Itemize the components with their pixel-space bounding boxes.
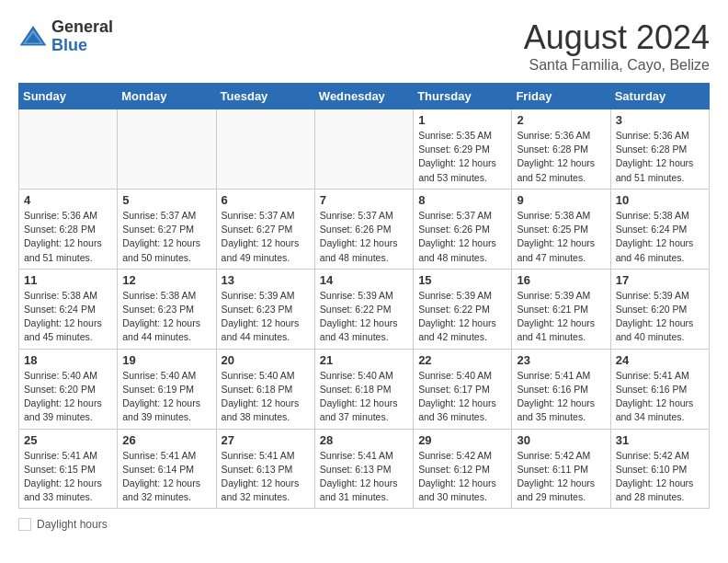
title-block: August 2024 Santa Familia, Cayo, Belize	[524, 18, 710, 74]
calendar-cell: 30Sunrise: 5:42 AM Sunset: 6:11 PM Dayli…	[512, 429, 610, 509]
day-info: Sunrise: 5:41 AM Sunset: 6:13 PM Dayligh…	[222, 449, 310, 505]
logo-text: General Blue	[51, 18, 113, 55]
footer: Daylight hours	[18, 518, 710, 531]
calendar-cell: 7Sunrise: 5:37 AM Sunset: 6:26 PM Daylig…	[314, 189, 413, 269]
day-info: Sunrise: 5:40 AM Sunset: 6:20 PM Dayligh…	[24, 369, 112, 425]
page-header: General Blue August 2024 Santa Familia, …	[18, 18, 710, 74]
day-info: Sunrise: 5:41 AM Sunset: 6:13 PM Dayligh…	[320, 449, 408, 505]
day-number: 23	[517, 353, 605, 367]
calendar-cell: 16Sunrise: 5:39 AM Sunset: 6:21 PM Dayli…	[512, 269, 610, 349]
calendar-cell: 4Sunrise: 5:36 AM Sunset: 6:28 PM Daylig…	[19, 189, 118, 269]
day-info: Sunrise: 5:38 AM Sunset: 6:24 PM Dayligh…	[24, 289, 112, 345]
day-number: 21	[320, 353, 408, 367]
calendar-cell: 24Sunrise: 5:41 AM Sunset: 6:16 PM Dayli…	[610, 349, 709, 429]
calendar-cell: 14Sunrise: 5:39 AM Sunset: 6:22 PM Dayli…	[314, 269, 413, 349]
day-number: 31	[616, 433, 704, 447]
day-number: 19	[122, 353, 210, 367]
calendar-cell: 31Sunrise: 5:42 AM Sunset: 6:10 PM Dayli…	[610, 429, 709, 509]
calendar-cell: 22Sunrise: 5:40 AM Sunset: 6:17 PM Dayli…	[414, 349, 512, 429]
day-number: 7	[320, 193, 408, 207]
day-info: Sunrise: 5:39 AM Sunset: 6:20 PM Dayligh…	[616, 289, 704, 345]
day-info: Sunrise: 5:41 AM Sunset: 6:16 PM Dayligh…	[517, 369, 605, 425]
day-info: Sunrise: 5:36 AM Sunset: 6:28 PM Dayligh…	[517, 129, 605, 185]
logo-general: General	[51, 17, 113, 36]
calendar-cell: 28Sunrise: 5:41 AM Sunset: 6:13 PM Dayli…	[314, 429, 413, 509]
day-number: 2	[517, 113, 605, 127]
calendar-cell: 15Sunrise: 5:39 AM Sunset: 6:22 PM Dayli…	[414, 269, 512, 349]
calendar-cell: 10Sunrise: 5:38 AM Sunset: 6:24 PM Dayli…	[610, 189, 709, 269]
calendar-cell: 1Sunrise: 5:35 AM Sunset: 6:29 PM Daylig…	[414, 109, 512, 190]
calendar-cell: 12Sunrise: 5:38 AM Sunset: 6:23 PM Dayli…	[118, 269, 216, 349]
day-number: 25	[24, 433, 112, 447]
footer-box	[18, 518, 31, 531]
day-number: 14	[320, 273, 408, 287]
day-info: Sunrise: 5:42 AM Sunset: 6:10 PM Dayligh…	[616, 449, 704, 505]
calendar-cell: 8Sunrise: 5:37 AM Sunset: 6:26 PM Daylig…	[414, 189, 512, 269]
calendar-cell: 18Sunrise: 5:40 AM Sunset: 6:20 PM Dayli…	[19, 349, 118, 429]
day-info: Sunrise: 5:42 AM Sunset: 6:12 PM Dayligh…	[418, 449, 506, 505]
day-number: 20	[222, 353, 310, 367]
calendar-table: SundayMondayTuesdayWednesdayThursdayFrid…	[18, 83, 710, 509]
calendar-cell: 23Sunrise: 5:41 AM Sunset: 6:16 PM Dayli…	[512, 349, 610, 429]
day-number: 26	[122, 433, 210, 447]
logo-blue: Blue	[51, 36, 87, 54]
header-day-monday: Monday	[118, 84, 216, 109]
calendar-cell	[118, 109, 216, 190]
day-number: 30	[517, 433, 605, 447]
day-info: Sunrise: 5:39 AM Sunset: 6:22 PM Dayligh…	[418, 289, 506, 345]
week-row-2: 4Sunrise: 5:36 AM Sunset: 6:28 PM Daylig…	[19, 189, 710, 269]
calendar-cell	[19, 109, 118, 190]
header-day-sunday: Sunday	[19, 84, 118, 109]
day-number: 27	[222, 433, 310, 447]
calendar-cell: 13Sunrise: 5:39 AM Sunset: 6:23 PM Dayli…	[216, 269, 314, 349]
month-title: August 2024	[524, 18, 710, 57]
day-number: 13	[222, 273, 310, 287]
day-info: Sunrise: 5:38 AM Sunset: 6:25 PM Dayligh…	[517, 209, 605, 265]
calendar-cell: 29Sunrise: 5:42 AM Sunset: 6:12 PM Dayli…	[414, 429, 512, 509]
calendar-cell: 6Sunrise: 5:37 AM Sunset: 6:27 PM Daylig…	[216, 189, 314, 269]
day-number: 4	[24, 193, 112, 207]
week-row-5: 25Sunrise: 5:41 AM Sunset: 6:15 PM Dayli…	[19, 429, 710, 509]
day-number: 9	[517, 193, 605, 207]
day-number: 24	[616, 353, 704, 367]
calendar-cell: 19Sunrise: 5:40 AM Sunset: 6:19 PM Dayli…	[118, 349, 216, 429]
day-number: 11	[24, 273, 112, 287]
day-number: 18	[24, 353, 112, 367]
week-row-4: 18Sunrise: 5:40 AM Sunset: 6:20 PM Dayli…	[19, 349, 710, 429]
day-info: Sunrise: 5:42 AM Sunset: 6:11 PM Dayligh…	[517, 449, 605, 505]
day-number: 5	[122, 193, 210, 207]
calendar-cell: 3Sunrise: 5:36 AM Sunset: 6:28 PM Daylig…	[610, 109, 709, 190]
location: Santa Familia, Cayo, Belize	[524, 57, 710, 74]
calendar-cell: 27Sunrise: 5:41 AM Sunset: 6:13 PM Dayli…	[216, 429, 314, 509]
day-info: Sunrise: 5:38 AM Sunset: 6:23 PM Dayligh…	[122, 289, 210, 345]
day-info: Sunrise: 5:38 AM Sunset: 6:24 PM Dayligh…	[616, 209, 704, 265]
footer-label: Daylight hours	[37, 518, 108, 531]
calendar-cell: 21Sunrise: 5:40 AM Sunset: 6:18 PM Dayli…	[314, 349, 413, 429]
calendar-cell: 5Sunrise: 5:37 AM Sunset: 6:27 PM Daylig…	[118, 189, 216, 269]
day-info: Sunrise: 5:35 AM Sunset: 6:29 PM Dayligh…	[418, 129, 506, 185]
header-row: SundayMondayTuesdayWednesdayThursdayFrid…	[19, 84, 710, 109]
day-info: Sunrise: 5:40 AM Sunset: 6:18 PM Dayligh…	[222, 369, 310, 425]
day-info: Sunrise: 5:37 AM Sunset: 6:26 PM Dayligh…	[418, 209, 506, 265]
day-number: 15	[418, 273, 506, 287]
week-row-3: 11Sunrise: 5:38 AM Sunset: 6:24 PM Dayli…	[19, 269, 710, 349]
day-number: 8	[418, 193, 506, 207]
day-info: Sunrise: 5:41 AM Sunset: 6:16 PM Dayligh…	[616, 369, 704, 425]
calendar-cell: 9Sunrise: 5:38 AM Sunset: 6:25 PM Daylig…	[512, 189, 610, 269]
day-number: 22	[418, 353, 506, 367]
logo: General Blue	[18, 18, 113, 55]
day-info: Sunrise: 5:40 AM Sunset: 6:18 PM Dayligh…	[320, 369, 408, 425]
day-info: Sunrise: 5:36 AM Sunset: 6:28 PM Dayligh…	[616, 129, 704, 185]
logo-icon	[18, 22, 48, 52]
calendar-cell: 2Sunrise: 5:36 AM Sunset: 6:28 PM Daylig…	[512, 109, 610, 190]
calendar-cell: 20Sunrise: 5:40 AM Sunset: 6:18 PM Dayli…	[216, 349, 314, 429]
day-info: Sunrise: 5:40 AM Sunset: 6:17 PM Dayligh…	[418, 369, 506, 425]
day-number: 3	[616, 113, 704, 127]
header-day-tuesday: Tuesday	[216, 84, 314, 109]
header-day-saturday: Saturday	[610, 84, 709, 109]
calendar-cell	[314, 109, 413, 190]
day-info: Sunrise: 5:37 AM Sunset: 6:27 PM Dayligh…	[122, 209, 210, 265]
day-info: Sunrise: 5:41 AM Sunset: 6:15 PM Dayligh…	[24, 449, 112, 505]
header-day-wednesday: Wednesday	[314, 84, 413, 109]
day-info: Sunrise: 5:36 AM Sunset: 6:28 PM Dayligh…	[24, 209, 112, 265]
